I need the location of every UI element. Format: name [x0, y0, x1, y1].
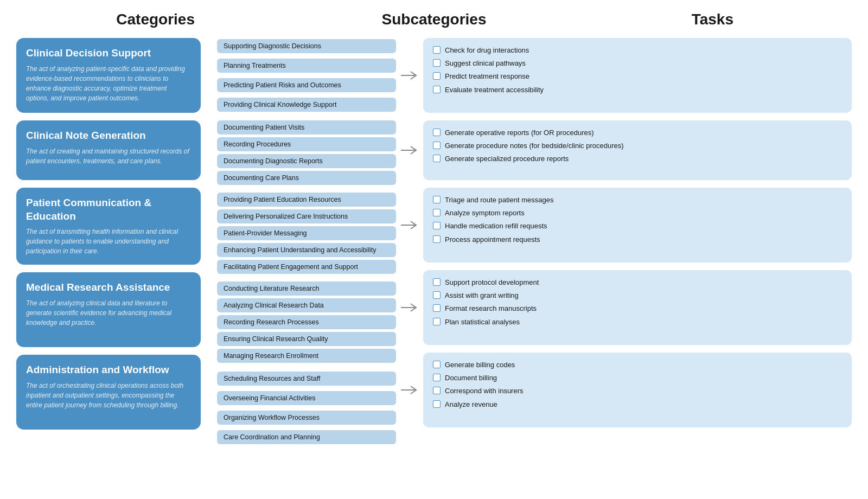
- checkbox-icon: [433, 374, 441, 381]
- task-item: Plan statistical analyses: [433, 317, 842, 327]
- subcat-item: Providing Clinical Knowledge Support: [217, 98, 396, 112]
- categories-header: Categories: [16, 11, 295, 28]
- task-text: Triage and route patient messages: [445, 195, 553, 205]
- task-item: Generate procedure notes (for bedside/cl…: [433, 141, 842, 151]
- task-text: Generate procedure notes (for bedside/cl…: [445, 141, 624, 151]
- subcat-group-0: Supporting Diagnostic Decisions Planning…: [217, 38, 396, 113]
- task-item: Check for drug interactions: [433, 46, 842, 55]
- tasks-header: Tasks: [573, 11, 852, 28]
- subcat-item: Facilitating Patient Engagement and Supp…: [217, 260, 396, 274]
- task-text: Correspond with insurers: [445, 386, 524, 396]
- checkbox-icon: [433, 72, 441, 80]
- task-text: Format research manuscripts: [445, 304, 537, 314]
- subcat-item: Patient-Provider Messaging: [217, 226, 396, 240]
- subcat-item: Enhancing Patient Understanding and Acce…: [217, 243, 396, 257]
- task-item: Assist with grant writing: [433, 291, 842, 300]
- subcat-item: Delivering Personalized Care Instruction…: [217, 209, 396, 223]
- subcat-group-1: Documenting Patient Visits Recording Pro…: [217, 120, 396, 185]
- arrow-icon-1: [400, 144, 419, 157]
- checkbox-icon: [433, 155, 441, 162]
- arrow-4: [396, 353, 423, 427]
- subcat-item: Care Coordination and Planning: [217, 430, 396, 444]
- checkbox-icon: [433, 361, 441, 368]
- subcat-item: Planning Treatments: [217, 59, 396, 73]
- task-text: Generate operative reports (for OR proce…: [445, 128, 594, 138]
- checkbox-icon: [433, 318, 441, 325]
- subcat-item: Providing Patient Education Resources: [217, 193, 396, 207]
- subcat-item: Supporting Diagnostic Decisions: [217, 39, 396, 53]
- task-item: Generate billing codes: [433, 360, 842, 370]
- checkbox-icon: [433, 86, 441, 93]
- subcat-item: Overseeing Financial Activities: [217, 391, 396, 405]
- categories-column: Clinical Decision Support The act of ana…: [16, 38, 201, 430]
- checkbox-icon: [433, 209, 441, 216]
- subcat-group-4: Scheduling Resources and Staff Overseein…: [217, 370, 396, 445]
- arrow-icon-4: [400, 383, 419, 396]
- task-text: Suggest clinical pathways: [445, 59, 526, 68]
- subcat-item: Documenting Care Plans: [217, 171, 396, 185]
- checkbox-icon: [433, 235, 441, 243]
- task-item: Handle medication refill requests: [433, 221, 842, 231]
- task-card-3: Support protocol development Assist with…: [423, 270, 852, 345]
- task-item: Support protocol development: [433, 278, 842, 287]
- checkbox-icon: [433, 59, 441, 67]
- category-card-admin: Administration and Workflow The act of o…: [16, 355, 201, 430]
- checkbox-icon: [433, 196, 441, 203]
- arrow-icon-2: [400, 219, 419, 232]
- subcat-item: Predicting Patient Risks and Outcomes: [217, 78, 396, 92]
- arrow-column: [396, 38, 423, 427]
- arrow-2: [396, 188, 423, 263]
- tasks-column: Check for drug interactions Suggest clin…: [423, 38, 852, 427]
- subcat-item: Documenting Diagnostic Reports: [217, 154, 396, 168]
- category-card-medical-research: Medical Research Assistance The act of a…: [16, 272, 201, 347]
- category-title-3: Medical Research Assistance: [26, 281, 191, 295]
- subcat-item: Conducting Literature Research: [217, 282, 396, 296]
- category-title-2: Patient Communication & Education: [26, 196, 191, 223]
- task-text: Handle medication refill requests: [445, 221, 547, 231]
- subcat-item: Documenting Patient Visits: [217, 120, 396, 135]
- category-card-clinical-note: Clinical Note Generation The act of crea…: [16, 120, 201, 180]
- task-text: Generate specialized procedure reports: [445, 154, 569, 164]
- subcat-item: Recording Research Processes: [217, 315, 396, 329]
- task-text: Evaluate treatment accessibility: [445, 85, 544, 95]
- arrow-1: [396, 120, 423, 180]
- task-item: Document billing: [433, 373, 842, 383]
- task-text: Predict treatment response: [445, 72, 529, 81]
- checkbox-icon: [433, 387, 441, 394]
- task-item: Analyze revenue: [433, 400, 842, 410]
- task-text: Support protocol development: [445, 278, 539, 287]
- category-desc-4: The act of orchestrating clinical operat…: [26, 381, 191, 410]
- checkbox-icon: [433, 400, 441, 408]
- subcat-group-3: Conducting Literature Research Analyzing…: [217, 282, 396, 363]
- task-item: Correspond with insurers: [433, 386, 842, 396]
- task-item: Analyze symptom reports: [433, 208, 842, 218]
- subcat-item: Scheduling Resources and Staff: [217, 372, 396, 386]
- checkbox-icon: [433, 278, 441, 286]
- task-text: Assist with grant writing: [445, 291, 519, 300]
- subcategories-header: Subcategories: [295, 11, 573, 28]
- task-item: Predict treatment response: [433, 72, 842, 81]
- category-title-0: Clinical Decision Support: [26, 47, 191, 60]
- task-item: Process appointment requests: [433, 235, 842, 245]
- task-item: Triage and route patient messages: [433, 195, 842, 205]
- task-text: Analyze revenue: [445, 400, 497, 410]
- category-desc-1: The act of creating and maintaining stru…: [26, 146, 191, 166]
- category-desc-0: The act of analyzing patient-specific da…: [26, 64, 191, 103]
- task-item: Generate operative reports (for OR proce…: [433, 128, 842, 138]
- subcat-item: Ensuring Clinical Research Quality: [217, 332, 396, 346]
- category-desc-2: The act of transmitting health informati…: [26, 227, 191, 256]
- task-card-0: Check for drug interactions Suggest clin…: [423, 38, 852, 113]
- category-desc-3: The act of analyzing clinical data and l…: [26, 298, 191, 328]
- subcat-item: Managing Research Enrollment: [217, 349, 396, 363]
- arrow-3: [396, 270, 423, 345]
- checkbox-icon: [433, 142, 441, 149]
- subcat-item: Organizing Workflow Processes: [217, 411, 396, 425]
- subcat-item: Recording Procedures: [217, 137, 396, 151]
- category-title-1: Clinical Note Generation: [26, 129, 191, 143]
- task-text: Check for drug interactions: [445, 46, 529, 55]
- task-item: Format research manuscripts: [433, 304, 842, 314]
- checkbox-icon: [433, 304, 441, 312]
- task-text: Analyze symptom reports: [445, 208, 525, 218]
- subcat-group-2: Providing Patient Education Resources De…: [217, 193, 396, 274]
- arrow-icon-0: [400, 69, 419, 82]
